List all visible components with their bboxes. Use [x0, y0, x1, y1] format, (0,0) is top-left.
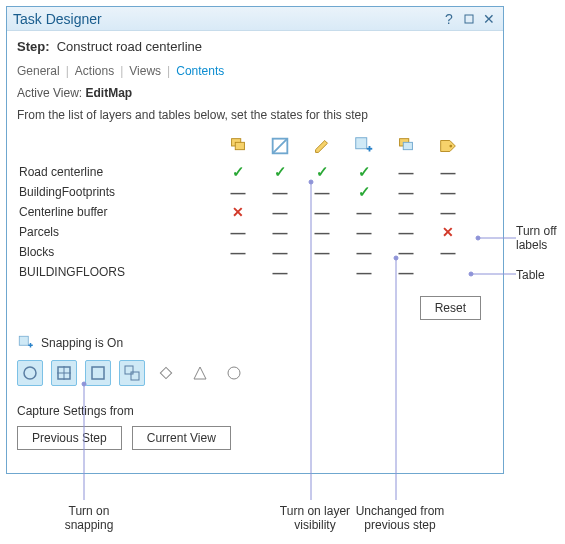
snapping-row: Snapping is On: [17, 334, 493, 352]
state-cell[interactable]: ✕: [217, 204, 259, 220]
state-cell[interactable]: ✕: [427, 224, 469, 240]
table-row: BuildingFootprints———✓——: [17, 182, 493, 202]
state-cell[interactable]: —: [301, 244, 343, 261]
instruction-text: From the list of layers and tables below…: [7, 108, 503, 132]
state-cell[interactable]: —: [259, 204, 301, 221]
step-row: Step: Construct road centerline: [7, 31, 503, 60]
svg-rect-18: [125, 366, 133, 374]
active-view-label: Active View:: [17, 86, 82, 100]
editable-icon[interactable]: [301, 135, 343, 160]
current-view-button[interactable]: Current View: [132, 426, 231, 450]
state-cell[interactable]: ✓: [259, 163, 301, 181]
svg-rect-17: [92, 367, 104, 379]
annotation-turn-on-visibility: Turn on layervisibility: [270, 504, 360, 533]
state-cell[interactable]: —: [427, 244, 469, 261]
grid-header: [17, 132, 493, 162]
state-cell[interactable]: —: [427, 204, 469, 221]
window-title: Task Designer: [13, 11, 437, 27]
state-cell[interactable]: —: [385, 204, 427, 221]
snap-tools: [17, 360, 493, 386]
state-cell[interactable]: —: [343, 244, 385, 261]
active-view-row: Active View: EditMap: [7, 84, 503, 108]
state-cell[interactable]: ✓: [217, 163, 259, 181]
svg-rect-20: [160, 367, 171, 378]
intersection-snap[interactable]: [153, 360, 179, 386]
layer-name: BuildingFootprints: [17, 185, 217, 199]
tab-actions[interactable]: Actions: [75, 64, 114, 78]
table-row: Blocks——————: [17, 242, 493, 262]
svg-point-21: [228, 367, 240, 379]
point-snap[interactable]: [17, 360, 43, 386]
state-cell[interactable]: —: [385, 224, 427, 241]
state-cell[interactable]: —: [301, 184, 343, 201]
layer-name: Centerline buffer: [17, 205, 217, 219]
active-template-icon[interactable]: [385, 135, 427, 160]
tabs: General | Actions | Views | Contents: [7, 60, 503, 84]
state-cell[interactable]: ✓: [343, 163, 385, 181]
tab-contents[interactable]: Contents: [176, 64, 224, 78]
state-cell[interactable]: —: [259, 224, 301, 241]
table-row: Centerline buffer✕—————: [17, 202, 493, 222]
vertex-snap[interactable]: [85, 360, 111, 386]
task-designer-panel: Task Designer ? ✕ Step: Construct road c…: [6, 6, 504, 474]
state-cell[interactable]: —: [217, 184, 259, 201]
labels-icon[interactable]: [427, 135, 469, 160]
state-cell[interactable]: —: [301, 204, 343, 221]
state-cell[interactable]: —: [343, 204, 385, 221]
svg-rect-10: [19, 336, 28, 345]
state-cell[interactable]: —: [385, 184, 427, 201]
table-row: BUILDINGFLOORS———: [17, 262, 493, 282]
previous-step-button[interactable]: Previous Step: [17, 426, 122, 450]
layer-name: Parcels: [17, 225, 217, 239]
layer-name: Road centerline: [17, 165, 217, 179]
annotation-unchanged: Unchanged fromprevious step: [350, 504, 450, 533]
snapping-icon[interactable]: [343, 135, 385, 160]
state-cell[interactable]: —: [259, 264, 301, 281]
state-cell[interactable]: —: [385, 164, 427, 181]
state-cell[interactable]: —: [385, 244, 427, 261]
state-cell[interactable]: —: [385, 264, 427, 281]
close-button[interactable]: ✕: [481, 11, 497, 27]
tangent-snap[interactable]: [221, 360, 247, 386]
titlebar: Task Designer ? ✕: [7, 7, 503, 31]
svg-rect-2: [235, 142, 244, 149]
state-cell[interactable]: —: [259, 184, 301, 201]
annotation-turn-off-labels: Turn offlabels: [516, 224, 557, 253]
step-name: Construct road centerline: [57, 39, 202, 54]
edge-snap[interactable]: [119, 360, 145, 386]
tab-general[interactable]: General: [17, 64, 60, 78]
state-cell[interactable]: —: [217, 224, 259, 241]
table-row: Road centerline✓✓✓✓——: [17, 162, 493, 182]
capture-label: Capture Settings from: [7, 404, 503, 426]
svg-point-9: [449, 144, 452, 147]
table-row: Parcels—————✕: [17, 222, 493, 242]
svg-point-13: [24, 367, 36, 379]
snapping-label: Snapping is On: [41, 336, 123, 350]
layer-name: BUILDINGFLOORS: [17, 265, 217, 279]
annotation-turn-on-snapping: Turn onsnapping: [54, 504, 124, 533]
state-cell[interactable]: —: [427, 164, 469, 181]
annotation-table: Table: [516, 268, 545, 282]
svg-rect-4: [356, 137, 367, 148]
svg-rect-8: [403, 142, 412, 149]
visibility-icon[interactable]: [259, 135, 301, 160]
state-cell[interactable]: —: [343, 224, 385, 241]
state-cell[interactable]: —: [259, 244, 301, 261]
midpoint-snap[interactable]: [187, 360, 213, 386]
state-cell[interactable]: ✓: [343, 183, 385, 201]
layer-grid: Road centerline✓✓✓✓——BuildingFootprints—…: [7, 132, 503, 282]
snapping-badge-icon: [17, 334, 35, 352]
state-cell[interactable]: ✓: [301, 163, 343, 181]
svg-rect-0: [465, 15, 473, 23]
reset-button[interactable]: Reset: [420, 296, 481, 320]
selectable-icon[interactable]: [217, 135, 259, 160]
end-snap[interactable]: [51, 360, 77, 386]
state-cell[interactable]: —: [427, 184, 469, 201]
step-label: Step:: [17, 39, 50, 54]
autohide-button[interactable]: [461, 11, 477, 27]
state-cell[interactable]: —: [217, 244, 259, 261]
state-cell[interactable]: —: [343, 264, 385, 281]
tab-views[interactable]: Views: [129, 64, 161, 78]
state-cell[interactable]: —: [301, 224, 343, 241]
help-button[interactable]: ?: [441, 11, 457, 27]
